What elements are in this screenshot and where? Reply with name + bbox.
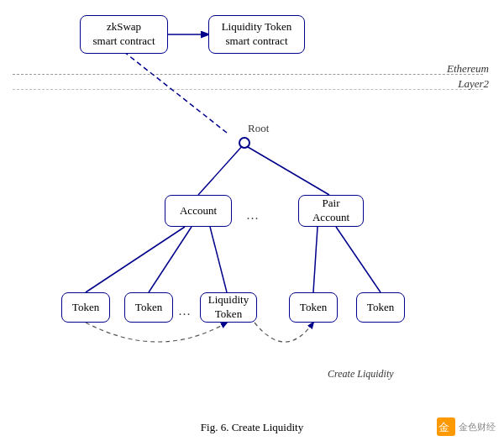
account-node: Account xyxy=(165,195,232,227)
token4-node: Token xyxy=(356,292,405,323)
layer2-label: Layer2 xyxy=(458,77,489,91)
token3-node: Token xyxy=(289,292,338,323)
svg-text:金: 金 xyxy=(438,421,449,433)
svg-line-3 xyxy=(244,144,329,195)
token1-node: Token xyxy=(61,292,110,323)
token2-node: Token xyxy=(124,292,173,323)
watermark: 金 金色财经 xyxy=(437,417,496,436)
root-label: Root xyxy=(248,122,269,135)
svg-line-7 xyxy=(313,227,318,292)
zkswap-node: zkSwapsmart contract xyxy=(80,15,168,54)
liquidity-token-node: LiquidityToken xyxy=(200,292,257,323)
svg-line-8 xyxy=(336,227,381,292)
root-circle xyxy=(239,137,250,149)
dots-between-nodes: … xyxy=(246,208,259,223)
create-liquidity-label: Create Liquidity xyxy=(328,368,394,381)
ethereum-separator xyxy=(13,74,483,75)
layer2-separator xyxy=(13,89,483,90)
svg-line-6 xyxy=(210,227,227,292)
pair-account-node: PairAccount xyxy=(298,195,364,227)
watermark-text: 金色财经 xyxy=(459,421,496,433)
svg-line-2 xyxy=(198,144,244,195)
ethereum-label: Ethereum xyxy=(447,62,489,76)
svg-line-5 xyxy=(149,227,192,292)
dots-token-area: … xyxy=(178,304,191,318)
liquidity-token-contract-node: Liquidity Tokensmart contract xyxy=(208,15,305,54)
fig-caption: Fig. 6. Create Liquidity xyxy=(0,421,504,434)
diagram: Ethereum Layer2 xyxy=(0,0,504,441)
watermark-icon: 金 xyxy=(437,417,455,436)
svg-line-4 xyxy=(86,227,185,292)
svg-line-1 xyxy=(124,52,227,133)
